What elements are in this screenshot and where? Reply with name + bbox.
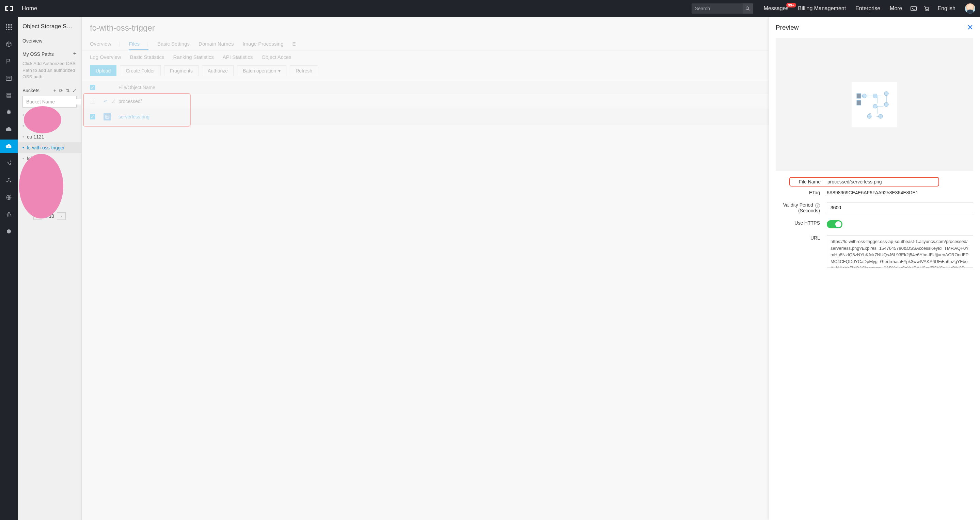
svg-rect-7 [11, 24, 12, 25]
svg-point-4 [928, 10, 928, 11]
row-checkbox[interactable] [90, 98, 95, 103]
rail-ide-icon[interactable]: IDE [0, 71, 18, 85]
url-value[interactable]: https://fc-with-oss-trigger.oss-ap-south… [827, 235, 973, 268]
https-toggle[interactable] [827, 220, 842, 228]
upload-button[interactable]: Upload [90, 65, 116, 76]
nav-messages[interactable]: Messages99+ [764, 5, 789, 11]
svg-rect-27 [105, 115, 109, 119]
svg-rect-12 [8, 29, 10, 30]
create-folder-button[interactable]: Create Folder [120, 65, 161, 76]
svg-point-33 [873, 104, 877, 108]
row-checkbox[interactable]: ✓ [90, 114, 95, 119]
add-bucket-icon[interactable]: + [54, 88, 56, 93]
svg-rect-2 [910, 6, 916, 11]
validity-input[interactable] [827, 202, 973, 213]
panel-title: Preview [776, 24, 799, 31]
svg-point-36 [878, 114, 883, 119]
svg-rect-13 [11, 29, 12, 30]
sidebar-overview[interactable]: Overview [18, 35, 81, 47]
select-all-checkbox[interactable]: ✓ [90, 85, 95, 90]
cart-icon[interactable] [923, 6, 930, 11]
svg-point-19 [8, 178, 10, 179]
filename-label: File Name [791, 179, 827, 184]
rail-nodes-icon[interactable] [0, 174, 18, 187]
svg-rect-16 [7, 93, 11, 94]
nav-billing[interactable]: Billing Management [798, 5, 846, 11]
refresh-buckets-icon[interactable]: ⟳ [59, 88, 63, 93]
pager-next[interactable]: › [57, 212, 66, 220]
nav-language[interactable]: English [938, 5, 956, 11]
preview-image-area [776, 38, 973, 171]
subtab-api-stats[interactable]: API Statistics [223, 54, 253, 60]
tab-overview[interactable]: Overview [90, 38, 120, 51]
highlight-filename: File Name processed/serverless.png [789, 177, 939, 187]
cloudshell-icon[interactable] [910, 6, 917, 11]
messages-badge: 99+ [786, 3, 796, 8]
tab-more[interactable]: E [292, 38, 296, 51]
global-search[interactable] [692, 3, 753, 14]
tab-image-processing[interactable]: Image Processing [242, 38, 283, 51]
user-avatar[interactable] [965, 3, 975, 14]
rail-cloud-icon[interactable] [0, 122, 18, 136]
nav-more[interactable]: More [890, 5, 902, 11]
bucket-item[interactable]: eu 1121 [18, 132, 81, 142]
bucket-search[interactable] [22, 96, 76, 108]
nav-home[interactable]: Home [22, 5, 37, 12]
svg-point-32 [884, 92, 888, 96]
bucket-search-input[interactable] [23, 99, 82, 105]
search-icon[interactable] [743, 3, 753, 14]
info-icon[interactable]: ? [815, 203, 820, 208]
rail-globe-icon[interactable] [0, 190, 18, 204]
rail-puzzle-icon[interactable] [0, 106, 18, 119]
tab-basic-settings[interactable]: Basic Settings [158, 38, 190, 51]
svg-point-35 [867, 114, 871, 119]
brand-logo[interactable] [5, 5, 14, 12]
tab-domain-names[interactable]: Domain Names [199, 38, 234, 51]
bucket-list: eric tastore e a eu 1121 fc-with-oss-tri… [18, 109, 81, 208]
preview-meta: File Name processed/serverless.png ETag … [769, 177, 980, 271]
tab-files[interactable]: Files [129, 38, 148, 51]
rail-bug-icon[interactable] [0, 208, 18, 221]
preview-panel: Preview ✕ [769, 17, 980, 520]
refresh-button[interactable]: Refresh [290, 65, 318, 76]
url-label: URL [776, 235, 827, 241]
svg-rect-8 [6, 27, 7, 28]
batch-operation-button[interactable]: Batch operation▾ [237, 65, 286, 76]
rail-cube-icon[interactable] [0, 37, 18, 51]
add-path-icon[interactable]: + [73, 51, 76, 57]
rail-shuffle-icon[interactable] [0, 157, 18, 170]
redaction-blob [19, 154, 63, 219]
sidebar-hint: Click Add Authorized OSS Path to add an … [18, 59, 81, 85]
subtab-basic-stats[interactable]: Basic Statistics [130, 54, 164, 60]
svg-text:IDE: IDE [7, 77, 11, 79]
rail-flag-icon[interactable] [0, 54, 18, 68]
bucket-item-active[interactable]: fc-with-oss-trigger [18, 142, 81, 153]
global-search-input[interactable] [692, 6, 743, 11]
subtab-log-overview[interactable]: Log Overview [90, 54, 121, 60]
svg-rect-6 [8, 24, 10, 25]
authorize-button[interactable]: Authorize [202, 65, 234, 76]
svg-line-1 [748, 9, 749, 11]
svg-rect-38 [857, 100, 861, 105]
sort-buckets-icon[interactable]: ⇅ [66, 88, 70, 93]
rail-apps-icon[interactable] [0, 21, 18, 34]
https-label: Use HTTPS [776, 220, 827, 226]
rail-db-icon[interactable] [0, 89, 18, 102]
rail-oss-icon[interactable] [0, 140, 18, 153]
fragments-button[interactable]: Fragments [164, 65, 199, 76]
sidebar: Object Storage S… Overview My OSS Paths … [18, 17, 82, 520]
etag-label: ETag [776, 190, 827, 195]
close-icon[interactable]: ✕ [967, 23, 973, 32]
svg-rect-11 [6, 29, 7, 30]
sidebar-title: Object Storage S… [18, 17, 81, 35]
filename-value: processed/serverless.png [827, 179, 937, 184]
nav-enterprise[interactable]: Enterprise [855, 5, 880, 11]
expand-buckets-icon[interactable]: ⤢ [73, 88, 76, 93]
topbar: Home Messages99+ Billing Management Ente… [0, 0, 980, 17]
subtab-ranking-stats[interactable]: Ranking Statistics [173, 54, 214, 60]
back-icon[interactable]: ↶ [103, 99, 108, 104]
sidebar-buckets-label: Buckets [22, 88, 40, 93]
subtab-object-access[interactable]: Object Acces [261, 54, 291, 60]
main-content: fc-with-oss-trigger Access Control List … [82, 17, 980, 520]
rail-dot-icon[interactable] [0, 225, 18, 238]
